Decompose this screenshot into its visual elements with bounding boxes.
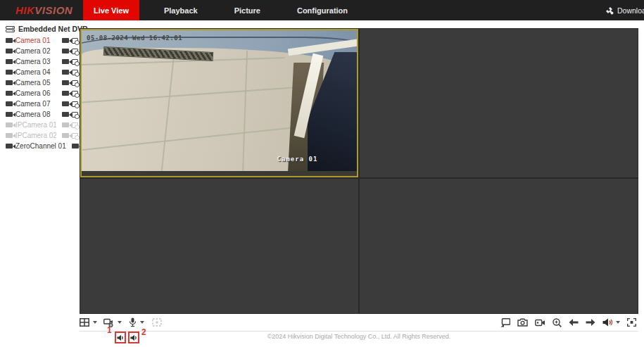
channel-list: Camera 01 Camera 02 Camera 03 Camera 04 … (0, 35, 80, 151)
channel-label: IPCamera 02 (15, 132, 56, 139)
channel-stream-icon[interactable] (72, 112, 78, 118)
tab-playback[interactable]: Playback (152, 0, 210, 20)
stop-all-live-view-button[interactable] (500, 318, 510, 327)
record-button[interactable] (535, 319, 545, 327)
plugin-icon (605, 6, 614, 15)
hikvision-logo: HIKVISION (15, 0, 72, 20)
channel-record-icon[interactable] (72, 144, 79, 149)
channel-stream-icon[interactable] (72, 101, 78, 107)
previous-page-icon (569, 319, 579, 326)
camera-icon (6, 144, 13, 149)
channel-row-ipcamera01[interactable]: IPCamera 01 (0, 120, 80, 130)
stop-all-live-view-icon (500, 318, 510, 327)
channel-stream-icon[interactable] (72, 49, 78, 54)
channel-stream-icon[interactable] (72, 59, 78, 65)
full-screen-button[interactable] (627, 318, 636, 327)
camera-icon (6, 133, 13, 138)
channel-record-icon[interactable] (62, 91, 69, 96)
roi-button[interactable] (152, 318, 162, 327)
channel-record-icon[interactable] (62, 133, 69, 138)
channel-row-camera04[interactable]: Camera 04 (0, 67, 80, 77)
tab-configuration[interactable]: Configuration (285, 0, 360, 20)
channel-label: IPCamera 01 (15, 121, 56, 129)
channel-row-camera02[interactable]: Camera 02 (0, 46, 80, 56)
channel-label: Camera 08 (15, 111, 56, 118)
digital-zoom-button[interactable] (553, 318, 562, 327)
previous-page-button[interactable] (569, 319, 579, 326)
volume-icon (602, 318, 613, 327)
camera-icon (6, 91, 13, 96)
channel-label: Camera 07 (15, 100, 56, 108)
record-icon (535, 319, 545, 327)
channel-row-zerochannel01[interactable]: ZeroChannel 01 (0, 141, 80, 151)
digital-zoom-icon (553, 318, 562, 327)
channel-row-camera07[interactable]: Camera 07 (0, 99, 80, 109)
device-node[interactable]: Embedded Net DVR (6, 25, 88, 33)
capture-button[interactable] (517, 318, 528, 327)
capture-icon (517, 318, 528, 327)
camera-icon (6, 59, 13, 64)
download-plugin-label: Download Pl (617, 6, 644, 15)
window-split-button[interactable] (80, 318, 89, 327)
video-pane-2[interactable] (360, 29, 638, 177)
microphone-icon (129, 317, 137, 327)
channel-row-ipcamera02[interactable]: IPCamera 02 (0, 130, 80, 141)
channel-stream-icon[interactable] (72, 38, 78, 44)
channel-record-icon[interactable] (62, 80, 69, 85)
video-pane-1[interactable]: 05-08-2024 Wed 16:42:01 Camera 01 (80, 29, 358, 177)
channel-record-icon[interactable] (62, 122, 69, 127)
channel-stream-icon[interactable] (72, 70, 78, 75)
roi-disabled-icon (152, 318, 162, 327)
channel-stream-icon[interactable] (72, 122, 78, 128)
copyright-footer: ©2024 Hikvision Digital Technology Co., … (80, 333, 638, 340)
channel-record-icon[interactable] (62, 38, 69, 43)
channel-row-camera01[interactable]: Camera 01 (0, 35, 80, 46)
channel-row-camera06[interactable]: Camera 06 (0, 88, 80, 99)
video-pane-4[interactable] (360, 179, 638, 313)
channel-record-icon[interactable] (62, 112, 69, 117)
dvr-device-icon (6, 26, 15, 32)
device-name: Embedded Net DVR (18, 25, 88, 33)
osd-timestamp: 05-08-2024 Wed 16:42:01 (87, 34, 182, 42)
volume-dropdown[interactable] (616, 321, 620, 324)
toolbar-right-group (500, 318, 638, 327)
channel-label: Camera 01 (15, 37, 56, 44)
toolbar-divider (80, 331, 638, 332)
two-way-audio-dropdown[interactable] (140, 321, 144, 324)
camera-icon (6, 112, 13, 117)
channel-record-icon[interactable] (62, 70, 69, 75)
next-page-button[interactable] (586, 319, 595, 326)
channel-row-camera08[interactable]: Camera 08 (0, 109, 80, 120)
liveview-toolbar (80, 314, 638, 331)
download-plugin-link[interactable]: Download Pl (605, 0, 644, 20)
camera01-video-feed: 05-08-2024 Wed 16:42:01 Camera 01 (82, 30, 357, 176)
channel-label: Camera 05 (15, 79, 56, 87)
camera-icon (6, 122, 13, 127)
two-way-audio-button[interactable] (129, 317, 137, 327)
volume-button[interactable] (602, 318, 613, 327)
channel-stream-icon[interactable] (72, 91, 78, 96)
camera-icon (6, 38, 13, 43)
video-pane-3[interactable] (80, 179, 358, 313)
channel-label: Camera 04 (15, 68, 56, 76)
main-tabs: Live View Playback Picture Configuration (83, 0, 360, 20)
window-split-dropdown[interactable] (93, 321, 97, 324)
camera-icon (6, 70, 13, 75)
tab-live-view[interactable]: Live View (83, 0, 139, 20)
channel-stream-icon[interactable] (72, 80, 78, 86)
channel-row-camera03[interactable]: Camera 03 (0, 56, 80, 67)
channel-record-icon[interactable] (62, 59, 69, 64)
stream-type-dropdown[interactable] (118, 321, 122, 324)
top-navbar: HIKVISION Live View Playback Picture Con… (0, 0, 644, 20)
camera-icon (6, 49, 13, 53)
channel-record-icon[interactable] (62, 101, 69, 106)
next-page-icon (586, 319, 595, 326)
channel-stream-icon[interactable] (72, 133, 78, 139)
channel-label: Camera 06 (15, 89, 56, 97)
channel-label: Camera 03 (15, 58, 56, 65)
channel-label: Camera 02 (15, 47, 56, 55)
channel-row-camera05[interactable]: Camera 05 (0, 77, 80, 88)
tab-picture[interactable]: Picture (222, 0, 272, 20)
channel-record-icon[interactable] (62, 49, 69, 53)
logo-part2: VISION (34, 4, 72, 16)
